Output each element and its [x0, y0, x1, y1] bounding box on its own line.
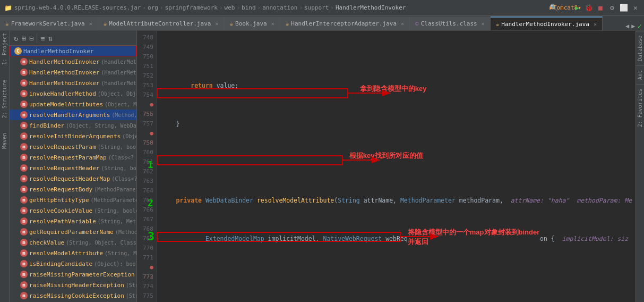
tab-modelattribute[interactable]: ☕ ModelAttributeController.java ✕: [98, 16, 225, 30]
close-tab-icon[interactable]: ✕: [401, 21, 404, 27]
tree-item-4[interactable]: m updateModelAttributes(Object, Map<Stri…: [10, 99, 136, 110]
close-tab-icon[interactable]: ✕: [271, 21, 274, 27]
structure-tab[interactable]: 2: Structure: [2, 80, 7, 118]
method-icon: m: [20, 100, 28, 108]
method-icon: m: [20, 239, 28, 246]
main-layout: 1: Project 2: Structure Maven ↻ ⊞ ⊟ ≡ ⇅ …: [0, 31, 644, 302]
class-icon: C: [14, 47, 22, 55]
right-vertical-tabs: Database Ant 2: Favorites: [636, 31, 644, 302]
tree-item-handler[interactable]: C HandlerMethodInvoker: [10, 46, 136, 56]
tab-handleradapter[interactable]: ☕ HandlerInterceptorAdapter.java ✕: [280, 16, 410, 30]
method-icon: m: [20, 217, 28, 225]
sidebar-toolbar: ↻ ⊞ ⊟ ≡ ⇅: [10, 31, 136, 46]
project-icon: 📁: [4, 4, 12, 12]
tomcat-indicator[interactable]: ▶Tomcat8▾: [561, 4, 570, 12]
tree-item-11[interactable]: m resolveRequestHeaderMap(Class<? extend…: [10, 173, 136, 184]
tab-bar: ☕ FrameworkServlet.java ✕ ☕ ModelAttribu…: [0, 16, 644, 31]
method-icon: m: [20, 175, 28, 182]
method-icon: m: [20, 292, 28, 299]
settings-icon[interactable]: ⚙: [608, 4, 616, 12]
filter-icon[interactable]: ≡: [40, 34, 45, 43]
tree-item-13[interactable]: m getHttpEntityType(MethodParameter): Cl…: [10, 195, 136, 205]
tree-item-12[interactable]: m resolveRequestBody(MethodParameter, Na…: [10, 184, 136, 195]
tab-frameworkservlet[interactable]: ☕ FrameworkServlet.java ✕: [0, 16, 98, 30]
code-scroll[interactable]: 748 749 750 751 752 753 754 ● 755 756 75…: [137, 31, 636, 302]
tree-item-0[interactable]: m HandlerMethodInvoker(HandlerMethodReso…: [10, 56, 136, 67]
debug-icon[interactable]: 🐞: [585, 4, 593, 12]
method-icon: m: [20, 122, 28, 129]
close-tab-icon[interactable]: ✕: [482, 21, 485, 27]
method-icon: m: [20, 79, 28, 87]
project-tab[interactable]: 1: Project: [2, 33, 7, 65]
tree-item-7[interactable]: m resolveInitBinderArguments(Object, Met…: [10, 131, 136, 141]
tree-item-14[interactable]: m resolveCookieValue(String, boolean, St…: [10, 205, 136, 216]
method-icon: m: [20, 58, 28, 65]
tree-item-17[interactable]: m checkValue(String, Object, Class<?>): …: [10, 237, 136, 248]
method-icon: m: [20, 69, 28, 76]
code-area: 748 749 750 751 752 753 754 ● 755 756 75…: [137, 31, 636, 302]
method-icon: m: [20, 154, 28, 161]
close-tab-icon[interactable]: ✕: [594, 21, 597, 27]
tree-item-1[interactable]: m HandlerMethodInvoker(HandlerMethodReso…: [10, 67, 136, 78]
tree-item-18[interactable]: m resolveModelAttribute(String, MethodPa…: [10, 248, 136, 258]
sort-icon[interactable]: ⇅: [48, 34, 53, 43]
run-icon[interactable]: ▶: [573, 4, 581, 12]
method-icon: m: [20, 111, 28, 119]
method-icon: m: [20, 196, 28, 204]
tab-classutils[interactable]: © ClassUtils.class ✕: [410, 16, 491, 30]
top-bar: 📁 spring-web-4.0.0.RELEASE-sources.jar ›…: [0, 0, 644, 16]
collapse-icon[interactable]: ⊟: [29, 34, 33, 43]
code-line-748: return value;: [161, 81, 636, 90]
code-line-753: [161, 272, 636, 282]
method-icon: m: [20, 281, 28, 289]
tab-handlermethodinvoker[interactable]: ☕ HandlerMethodInvoker.java ✕: [491, 16, 603, 30]
code-line-752: ExtendedModelMap implicitModel, NativeWe…: [161, 234, 636, 244]
method-icon: m: [20, 132, 28, 140]
method-icon: m: [20, 90, 28, 97]
tree-item-21[interactable]: m raiseMissingHeaderException(String, Cl…: [10, 280, 136, 290]
editor-scroll-left[interactable]: ◀: [625, 22, 629, 30]
tree-item-10[interactable]: m resolveRequestHeader(String, boolean, …: [10, 163, 136, 173]
method-icon: m: [20, 164, 28, 172]
sidebar-tree: C HandlerMethodInvoker m HandlerMethodIn…: [10, 46, 136, 302]
tree-item-16[interactable]: m getRequiredParameterName(MethodParamet…: [10, 226, 136, 237]
tree-item-15[interactable]: m resolvePathVariable(String, MethodPara…: [10, 216, 136, 226]
sidebar-structure: ↻ ⊞ ⊟ ≡ ⇅ C HandlerMethodInvoker m Handl…: [10, 31, 137, 302]
code-line-751: private WebDataBinder resolveModelAttrib…: [161, 196, 636, 205]
ant-tab[interactable]: Ant: [636, 65, 644, 84]
code-line-750: [161, 157, 636, 167]
method-icon: m: [20, 228, 28, 236]
method-icon: m: [20, 260, 28, 267]
tree-item-2[interactable]: m HandlerMethodInvoker(HandlerMethodReso…: [10, 78, 136, 88]
close-icon[interactable]: ✕: [631, 4, 640, 12]
close-tab-icon[interactable]: ✕: [215, 21, 218, 27]
method-icon: m: [20, 249, 28, 257]
tree-item-20[interactable]: m raiseMissingParameterException(String,…: [10, 269, 136, 280]
line-numbers: 748 749 750 751 752 753 754 ● 755 756 75…: [137, 31, 157, 302]
method-icon: m: [20, 207, 28, 214]
tree-item-6[interactable]: m findBinder(Object, String, WebDataBind…: [10, 120, 136, 131]
breadcrumb: spring-web-4.0.0.RELEASE-sources.jar › o…: [14, 4, 547, 11]
maven-tab[interactable]: Maven: [2, 133, 7, 149]
code-content: return value; } private WebDataBinder re…: [157, 31, 636, 302]
tab-book[interactable]: ☕ Book.java ✕: [224, 16, 280, 30]
tree-item-19[interactable]: m isBindingCandidate(Object): boolean: [10, 258, 136, 269]
favorites-tab[interactable]: 2: Favorites: [636, 84, 644, 131]
tree-item-9[interactable]: m resolveRequestParamMap(Class<? extends…: [10, 152, 136, 163]
maximize-icon[interactable]: ⬜: [620, 4, 628, 12]
editor-scroll-right[interactable]: ▶: [631, 22, 635, 30]
method-icon: m: [20, 186, 28, 193]
tree-item-8[interactable]: m resolveRequestParam(String, boolean, S…: [10, 141, 136, 152]
database-tab[interactable]: Database: [636, 31, 644, 65]
code-line-749: }: [161, 119, 636, 129]
expand-icon[interactable]: ⊞: [21, 34, 25, 43]
sync-icon[interactable]: ↻: [14, 34, 18, 43]
tree-item-3[interactable]: m invokeHandlerMethod(Object, Object, Na…: [10, 88, 136, 99]
tree-item-5[interactable]: m resolveHandlerArguments(Method, Object…: [10, 110, 136, 120]
checkmark-icon: ✓: [638, 22, 642, 30]
close-tab-icon[interactable]: ✕: [89, 21, 92, 27]
tree-item-22[interactable]: m raiseMissingCookieException(String, Cl…: [10, 290, 136, 301]
stop-icon[interactable]: ■: [596, 4, 605, 12]
method-icon: m: [20, 271, 28, 278]
left-panel: 1: Project 2: Structure Maven: [0, 31, 10, 302]
